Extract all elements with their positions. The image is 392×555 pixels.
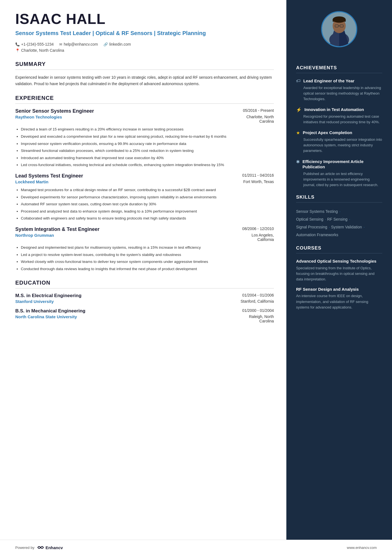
achievement-3-icon: ★ xyxy=(296,130,300,135)
header-section: ISAAC HALL Sensor Systems Test Leader | … xyxy=(15,11,274,53)
email-address: help@enhancv.com xyxy=(64,42,98,46)
left-column: ISAAC HALL Sensor Systems Test Leader | … xyxy=(0,0,286,540)
achievement-1-desc: Awarded for exceptional leadership in ad… xyxy=(296,85,382,102)
achievements-section: ACHIEVEMENTS 🏷 Lead Engineer of the Year… xyxy=(296,65,382,188)
bullet: Automated RF sensor system test cases, c… xyxy=(21,201,274,207)
bullet: Conducted thorough data reviews leading … xyxy=(21,266,274,272)
summary-title: SUMMARY xyxy=(15,61,274,70)
contact-line: 📞 +1-(234)-555-1234 ✉ help@enhancv.com 🔗… xyxy=(15,42,274,46)
resume-footer: Powered by Enhancv www.enhancv.com xyxy=(0,540,392,555)
right-column: ACHIEVEMENTS 🏷 Lead Engineer of the Year… xyxy=(286,0,392,540)
bullet: Worked closely with cross-functional tea… xyxy=(21,259,274,265)
phone-contact: 📞 +1-(234)-555-1234 xyxy=(15,42,54,46)
bullet: Introduced an automated testing framewor… xyxy=(21,155,274,161)
skills-title: SKILLS xyxy=(296,194,382,203)
bullet: Collaborated with engineers and safety t… xyxy=(21,215,274,221)
achievement-4: ✱ Efficiency Improvement Article Publica… xyxy=(296,159,382,188)
phone-number: +1-(234)-555-1234 xyxy=(21,42,54,46)
job-1-title: Senior Sensor Systems Engineer xyxy=(15,108,94,114)
svg-rect-12 xyxy=(333,19,346,22)
job-1: Senior Sensor Systems Engineer 05/2016 -… xyxy=(15,108,274,168)
avatar xyxy=(321,11,357,47)
job-2-title: Lead Systems Test Engineer xyxy=(15,173,83,179)
achievement-4-icon: ✱ xyxy=(296,159,300,164)
course-1-desc: Specialized training from the Institute … xyxy=(296,265,382,282)
enhancv-logo: Enhancv xyxy=(37,545,63,550)
right-content: ACHIEVEMENTS 🏷 Lead Engineer of the Year… xyxy=(286,56,392,540)
skill-line-1: Sensor Systems Testing · xyxy=(296,208,382,215)
achievement-2-desc: Recognized for pioneering automated test… xyxy=(296,114,382,125)
photo-area xyxy=(286,0,392,56)
bullet: Developed and executed a comprehensive t… xyxy=(21,134,274,140)
achievement-3-desc: Successfully spearheaded sensor integrat… xyxy=(296,137,382,154)
summary-section: SUMMARY Experienced leader in sensor sys… xyxy=(15,61,274,87)
edu-1-location: Stanford, California xyxy=(240,299,274,304)
course-1-title: Advanced Optical Sensing Technologies xyxy=(296,258,382,264)
job-2: Lead Systems Test Engineer 01/2011 - 04/… xyxy=(15,173,274,221)
resume-wrapper: ISAAC HALL Sensor Systems Test Leader | … xyxy=(0,0,392,555)
job-3-bullets: Designed and implemented test plans for … xyxy=(15,245,274,272)
location-text: Charlotte, North Carolina xyxy=(21,48,64,53)
achievements-title: ACHIEVEMENTS xyxy=(296,65,382,73)
courses-section: COURSES Advanced Optical Sensing Technol… xyxy=(296,245,382,310)
job-1-company: Raytheon Technologies xyxy=(15,115,62,119)
course-2-title: RF Sensor Design and Analysis xyxy=(296,287,382,292)
location-line: 📍 Charlotte, North Carolina xyxy=(15,48,274,53)
email-icon: ✉ xyxy=(59,42,62,46)
achievement-1-icon: 🏷 xyxy=(296,78,301,83)
job-1-location: Charlotte, NorthCarolina xyxy=(246,115,274,124)
job-1-dates: 05/2016 - Present xyxy=(243,108,274,113)
resume-body: ISAAC HALL Sensor Systems Test Leader | … xyxy=(0,0,392,540)
bullet: Developed experiments for sensor perform… xyxy=(21,194,274,200)
skills-list: Sensor Systems Testing · Optical Sensing… xyxy=(296,208,382,239)
job-3-company: Northrop Grumman xyxy=(15,233,54,238)
candidate-title: Sensor Systems Test Leader | Optical & R… xyxy=(15,29,274,37)
experience-section: EXPERIENCE Senior Sensor Systems Enginee… xyxy=(15,95,274,272)
course-2-desc: An intensive course from IEEE on design,… xyxy=(296,293,382,310)
education-title: EDUCATION xyxy=(15,280,274,288)
skills-section: SKILLS Sensor Systems Testing · Optical … xyxy=(296,194,382,239)
edu-2-degree: B.S. in Mechanical Engineering xyxy=(15,308,85,314)
edu-1-dates: 01/2004 - 01/2006 xyxy=(242,293,274,297)
edu-2-school: North Carolina State University xyxy=(15,314,77,323)
bullet: Led a project to resolve system-level is… xyxy=(21,252,274,258)
footer-right: www.enhancv.com xyxy=(347,546,377,550)
bullet: Managed test procedures for a critical d… xyxy=(21,187,274,193)
linkedin-url: linkedin.com xyxy=(109,42,131,46)
achievement-3: ★ Project Apex Completion Successfully s… xyxy=(296,130,382,154)
bullet: Improved sensor system verification prot… xyxy=(21,141,274,147)
achievement-1: 🏷 Lead Engineer of the Year Awarded for … xyxy=(296,78,382,102)
edu-1: M.S. in Electrical Engineering 01/2004 -… xyxy=(15,293,274,304)
achievement-2: ⚡ Innovation in Test Automation Recogniz… xyxy=(296,107,382,125)
edu-2: B.S. in Mechanical Engineering 01/2000 -… xyxy=(15,308,274,323)
bullet: Directed a team of 15 engineers resultin… xyxy=(21,126,274,132)
candidate-name: ISAAC HALL xyxy=(15,11,274,27)
job-3-location: Los Angeles,California xyxy=(252,233,274,242)
phone-icon: 📞 xyxy=(15,42,20,46)
edu-2-dates: 01/2000 - 01/2004 xyxy=(242,308,274,313)
course-2: RF Sensor Design and Analysis An intensi… xyxy=(296,287,382,310)
job-3: System Integration & Test Engineer 08/20… xyxy=(15,226,274,272)
achievement-1-title: Lead Engineer of the Year xyxy=(303,78,354,84)
edu-2-location: Raleigh, NorthCarolina xyxy=(249,314,274,323)
avatar-image xyxy=(322,11,356,47)
job-3-dates: 08/2006 - 12/2010 xyxy=(242,226,274,231)
edu-1-school: Stanford University xyxy=(15,299,54,304)
bullet: Designed and implemented test plans for … xyxy=(21,245,274,251)
achievement-3-title: Project Apex Completion xyxy=(303,130,352,135)
achievement-2-title: Innovation in Test Automation xyxy=(304,107,364,112)
achievement-4-title: Efficiency Improvement Article Publicati… xyxy=(302,159,382,170)
logo-icon xyxy=(37,545,44,550)
education-section: EDUCATION M.S. in Electrical Engineering… xyxy=(15,280,274,323)
summary-text: Experienced leader in sensor systems tes… xyxy=(15,74,274,87)
job-2-location: Fort Worth, Texas xyxy=(243,179,274,184)
link-icon: 🔗 xyxy=(103,42,108,46)
skill-line-4: Automation Frameworks xyxy=(296,231,382,239)
courses-title: COURSES xyxy=(296,245,382,253)
edu-1-degree: M.S. in Electrical Engineering xyxy=(15,293,81,299)
location-icon: 📍 xyxy=(15,48,20,53)
job-2-company: Lockheed Martin xyxy=(15,179,48,184)
job-2-dates: 01/2011 - 04/2016 xyxy=(242,173,274,177)
job-2-bullets: Managed test procedures for a critical d… xyxy=(15,187,274,221)
skill-line-3: Signal Processing · System Validation · xyxy=(296,223,382,231)
